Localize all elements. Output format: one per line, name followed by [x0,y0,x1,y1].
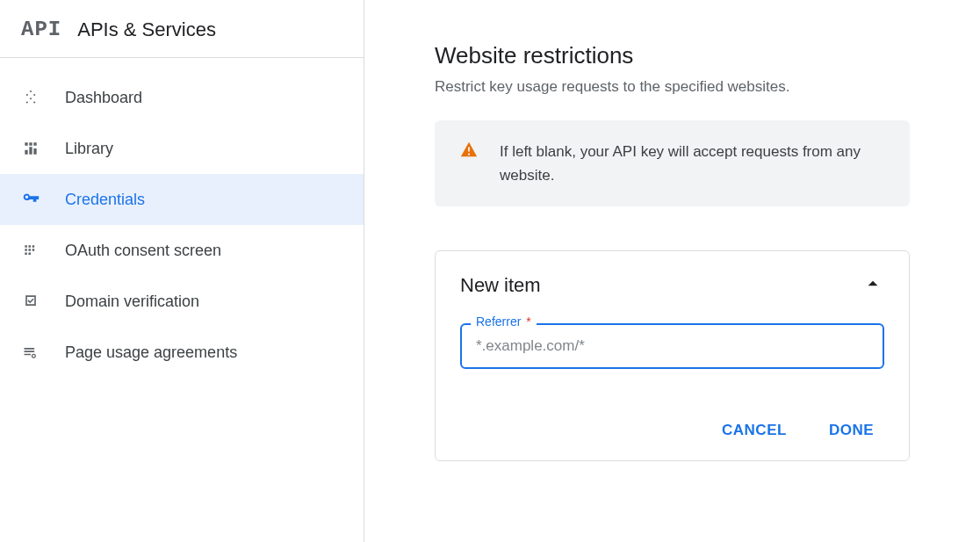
sidebar-nav: Dashboard Library Credentials OAuth cons… [0,58,364,378]
key-icon [21,190,40,209]
agreements-icon [21,343,40,362]
sidebar-item-dashboard[interactable]: Dashboard [0,72,364,123]
sidebar-item-library[interactable]: Library [0,123,364,174]
sidebar-item-credentials[interactable]: Credentials [0,174,364,225]
sidebar-item-page-usage-agreements[interactable]: Page usage agreements [0,327,364,378]
sidebar-title: APIs & Services [77,18,216,41]
page-description: Restrict key usage requests to the speci… [435,78,910,96]
sidebar-header: API APIs & Services [0,0,364,58]
card-header: New item [460,272,884,299]
cancel-button[interactable]: CANCEL [722,422,787,439]
done-button[interactable]: DONE [829,422,874,439]
verify-icon [21,292,40,311]
main-content: Website restrictions Restrict key usage … [364,0,980,542]
consent-icon [21,241,40,260]
dashboard-icon [21,88,40,107]
api-logo-icon: API [21,18,61,41]
required-mark: * [526,314,530,329]
sidebar-item-label: OAuth consent screen [65,242,221,260]
warning-icon [459,140,479,159]
chevron-up-icon[interactable] [861,272,884,299]
new-item-card: New item Referrer * CANCEL DONE [435,250,910,461]
warning-banner: If left blank, your API key will accept … [435,120,910,206]
sidebar-item-label: Dashboard [65,89,142,107]
referrer-label-text: Referrer [476,314,521,329]
sidebar-item-oauth-consent-screen[interactable]: OAuth consent screen [0,225,364,276]
page-title: Website restrictions [435,42,910,69]
sidebar-item-label: Library [65,140,113,158]
sidebar-item-label: Domain verification [65,293,199,311]
referrer-input[interactable] [460,323,884,369]
warning-text: If left blank, your API key will accept … [500,140,885,187]
sidebar: API APIs & Services Dashboard Library Cr… [0,0,364,542]
sidebar-item-label: Page usage agreements [65,343,237,362]
referrer-field: Referrer * [460,323,884,369]
card-actions: CANCEL DONE [460,422,884,439]
sidebar-item-label: Credentials [65,191,145,209]
referrer-label: Referrer * [471,314,537,329]
sidebar-item-domain-verification[interactable]: Domain verification [0,276,364,327]
library-icon [21,139,40,158]
card-title: New item [460,274,541,297]
